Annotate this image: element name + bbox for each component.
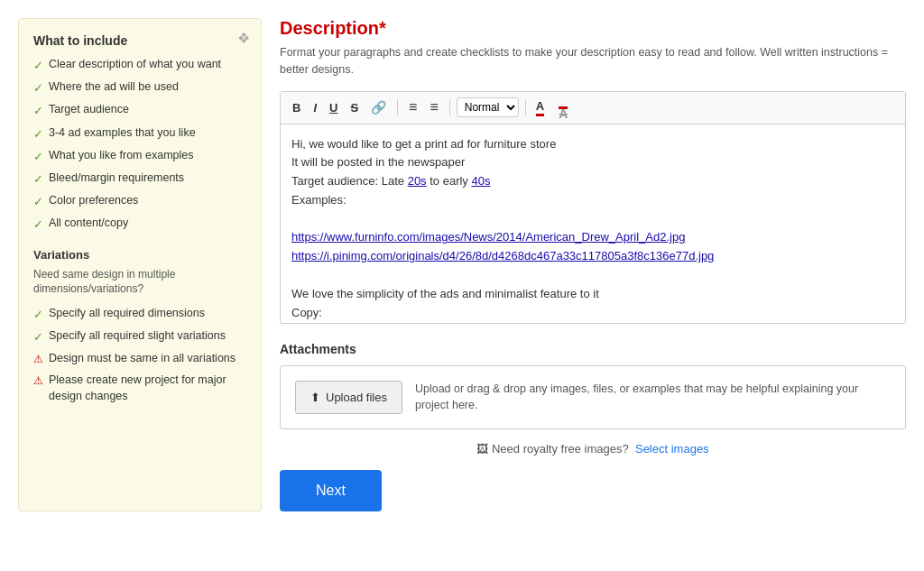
check-icon: ✓	[33, 80, 43, 97]
check-icon: ✓	[33, 307, 43, 323]
editor-line-1: Hi, we would like to get a print ad for …	[291, 135, 894, 154]
what-to-include-title: What to include	[33, 33, 246, 48]
bold-button[interactable]: B	[288, 99, 305, 116]
editor-line-link1: https://www.furninfo.com/images/News/201…	[291, 228, 894, 247]
strikethrough-button[interactable]: S	[346, 99, 363, 116]
editor-line-4: Examples:	[291, 191, 894, 210]
checklist-item: ✓Where the ad will be used	[33, 79, 246, 97]
upload-description: Upload or drag & drop any images, files,…	[415, 381, 891, 415]
warning-icon: ⚠	[33, 373, 43, 389]
checklist-item: ✓All content/copy	[33, 216, 246, 233]
warning-icon: ⚠	[33, 352, 43, 367]
royalty-row: 🖼 Need royalty free images? Select image…	[280, 442, 906, 456]
variations-item-text: Specify all required slight variations	[49, 328, 226, 345]
link-20s[interactable]: 20s	[408, 174, 427, 188]
upload-button-label: Upload files	[326, 391, 387, 404]
checklist-item-text: What you like from examples	[49, 148, 193, 164]
check-icon: ✓	[33, 329, 43, 345]
checklist-item: ✓Clear description of what you want	[33, 57, 246, 74]
checklist-item-text: Target audience	[49, 102, 129, 118]
variations-desc: Need same design in multiple dimensions/…	[33, 267, 246, 298]
checklist-item-text: All content/copy	[49, 216, 128, 232]
next-button[interactable]: Next	[280, 470, 382, 511]
checklist-item-text: Color preferences	[49, 193, 138, 209]
variations-item: ⚠Please create new project for major des…	[33, 373, 246, 404]
royalty-icon: 🖼	[476, 442, 488, 456]
font-size-select[interactable]: Normal Large Small	[457, 97, 519, 117]
check-icon: ✓	[33, 58, 43, 74]
editor-line-blank	[291, 210, 894, 229]
diamond-icon: ❖	[237, 30, 250, 47]
attachments-box: ⬆ Upload files Upload or drag & drop any…	[280, 365, 906, 430]
unordered-list-button[interactable]: ≡	[425, 97, 442, 117]
variations-item: ⚠Design must be same in all variations	[33, 351, 246, 367]
check-icon: ✓	[33, 126, 43, 143]
editor-body[interactable]: Hi, we would like to get a print ad for …	[281, 124, 905, 323]
checklist-item-text: Clear description of what you want	[49, 57, 221, 73]
editor-line-3: Target audience: Late 20s to early 40s	[291, 172, 894, 191]
checklist-item: ✓3-4 ad examples that you like	[33, 125, 246, 143]
editor-line-blank2	[291, 266, 894, 285]
toolbar-separator-1	[397, 99, 398, 115]
checklist-item-text: 3-4 ad examples that you like	[49, 125, 196, 142]
variations-title: Variations	[33, 248, 246, 262]
checklist-item: ✓What you like from examples	[33, 148, 246, 165]
variations-item-text: Specify all required dimensions	[49, 306, 205, 322]
checklist-item-text: Where the ad will be used	[49, 79, 179, 96]
checklist-item: ✓Bleed/margin requirements	[33, 170, 246, 188]
right-panel: Description* Format your paragraphs and …	[280, 18, 906, 511]
ordered-list-button[interactable]: ≡	[404, 97, 421, 117]
editor-line-link2: https://i.pinimg.com/originals/d4/26/8d/…	[291, 247, 894, 266]
variations-list: ✓Specify all required dimensions✓Specify…	[33, 306, 246, 404]
upload-icon: ⬆	[310, 391, 320, 404]
royalty-text: Need royalty free images?	[492, 442, 629, 456]
left-panel: ❖ What to include ✓Clear description of …	[18, 18, 262, 511]
page-subtitle: Format your paragraphs and create checkl…	[280, 44, 906, 78]
check-icon: ✓	[33, 194, 43, 210]
editor-toolbar: B I U S 🔗 ≡ ≡ Normal Large Small A	[281, 92, 905, 124]
attachments-title: Attachments	[280, 342, 906, 356]
description-editor: B I U S 🔗 ≡ ≡ Normal Large Small A	[280, 91, 906, 324]
variations-item-text: Please create new project for major desi…	[49, 373, 246, 404]
link-40s[interactable]: 40s	[471, 174, 490, 188]
upload-files-button[interactable]: ⬆ Upload files	[295, 381, 402, 414]
check-icon: ✓	[33, 103, 43, 119]
example-link-2[interactable]: https://i.pinimg.com/originals/d4/26/8d/…	[291, 249, 714, 262]
editor-line-2: It will be posted in the newspaper	[291, 153, 894, 172]
what-to-include-list: ✓Clear description of what you want✓Wher…	[33, 57, 246, 234]
checklist-item: ✓Target audience	[33, 102, 246, 119]
editor-line-5: We love the simplicity of the ads and mi…	[291, 285, 894, 304]
highlight-button[interactable]: A	[555, 104, 571, 111]
checklist-item: ✓Color preferences	[33, 193, 246, 210]
check-icon: ✓	[33, 171, 43, 188]
underline-button[interactable]: U	[325, 99, 342, 116]
check-icon: ✓	[33, 216, 43, 233]
check-icon: ✓	[33, 149, 43, 165]
variations-item-text: Design must be same in all variations	[49, 351, 236, 367]
link-button[interactable]: 🔗	[366, 98, 391, 116]
toolbar-separator-2	[449, 99, 450, 115]
editor-line-6: Copy:	[291, 304, 894, 323]
variations-item: ✓Specify all required dimensions	[33, 306, 246, 323]
page-title: Description*	[280, 18, 906, 39]
example-link-1[interactable]: https://www.furninfo.com/images/News/201…	[291, 230, 685, 244]
checklist-item-text: Bleed/margin requirements	[49, 170, 184, 187]
font-color-button[interactable]: A	[532, 97, 548, 118]
variations-item: ✓Specify all required slight variations	[33, 328, 246, 345]
toolbar-separator-3	[525, 99, 526, 115]
italic-button[interactable]: I	[309, 99, 321, 116]
select-images-link[interactable]: Select images	[635, 442, 709, 456]
